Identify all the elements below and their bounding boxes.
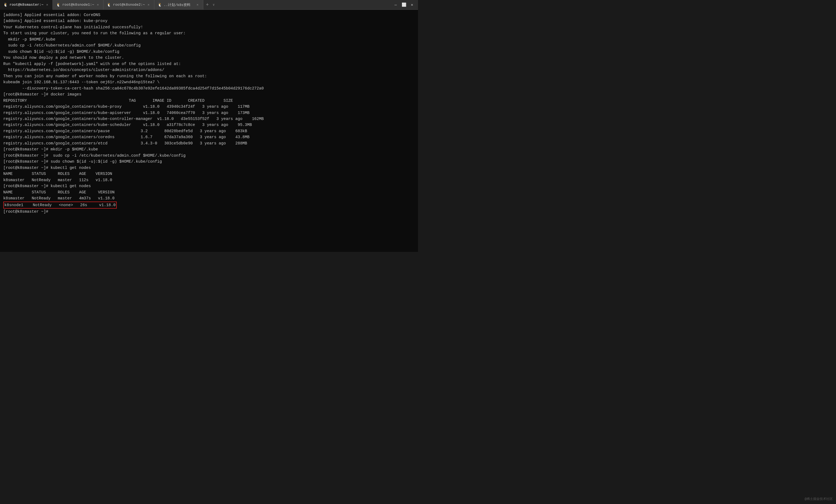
terminal-line: registry.aliyuncs.com/google_containers/…: [3, 140, 415, 146]
tab-icon-2: 🐧: [56, 2, 61, 7]
terminal-line: [addons] Applied essential addon: kube-p…: [3, 18, 415, 24]
terminal-line: You should now deploy a pod network to t…: [3, 55, 415, 61]
tab-label-3: root@k8snode2:~: [113, 3, 145, 7]
tab-label-4: ..计划/k8s资料: [164, 2, 191, 7]
terminal-line: [root@k8smaster ~]# kubectl get nodes: [3, 165, 415, 171]
tab-close-4[interactable]: ✕: [195, 2, 200, 7]
tab-close-1[interactable]: ✕: [45, 2, 49, 7]
terminal-line: Then you can join any number of worker n…: [3, 73, 415, 79]
terminal-line: [root@k8smaster ~]#: [3, 209, 415, 215]
tab-4[interactable]: 🐧 ..计划/k8s资料 ✕: [154, 0, 203, 9]
tab-2[interactable]: 🐧 root@k8snode1:~ ✕: [53, 0, 103, 9]
terminal-line: REPOSITORY TAG IMAGE ID CREATED SIZE: [3, 98, 415, 104]
tab-icon-3: 🐧: [107, 2, 111, 7]
terminal-line: [root@k8smaster ~]# kubectl get nodes: [3, 183, 415, 189]
tab-1[interactable]: 🐧 root@k8smaster:~ ✕: [0, 0, 53, 10]
terminal-line: [root@k8smaster ~]# mkdir -p $HOME/.kube: [3, 146, 415, 152]
terminal-line: [addons] Applied essential addon: CoreDN…: [3, 12, 415, 18]
terminal-line: k8snode1 NotReady <none> 26s v1.18.0: [3, 201, 415, 209]
terminal-line: registry.aliyuncs.com/google_containers/…: [3, 134, 415, 140]
terminal-line: sudo cp -i /etc/kubernetes/admin.conf $H…: [3, 42, 415, 49]
tab-label-2: root@k8snode1:~: [62, 3, 94, 7]
terminal-line: [root@k8smaster ~]# sudo cp -i /etc/kube…: [3, 153, 415, 159]
terminal-output[interactable]: [addons] Applied essential addon: CoreDN…: [0, 10, 418, 252]
tab-close-3[interactable]: ✕: [147, 2, 151, 7]
terminal-line: To start using your cluster, you need to…: [3, 30, 415, 36]
terminal-line: registry.aliyuncs.com/google_containers/…: [3, 122, 415, 128]
tab-icon-1: 🐧: [3, 2, 8, 7]
tab-close-2[interactable]: ✕: [96, 2, 100, 7]
minimize-button[interactable]: —: [392, 1, 399, 9]
terminal-line: --discovery-token-ca-cert-hash sha256:ca…: [3, 85, 415, 91]
tab-3[interactable]: 🐧 root@k8snode2:~ ✕: [103, 0, 154, 9]
title-bar: 🐧 root@k8smaster:~ ✕ 🐧 root@k8snode1:~ ✕…: [0, 0, 418, 10]
terminal-line: k8smaster NotReady master 4m37s v1.18.0: [3, 195, 415, 201]
maximize-button[interactable]: ⬜: [400, 1, 408, 9]
terminal-line: https://kubernetes.io/docs/concepts/clus…: [3, 67, 415, 73]
terminal-line: mkdir -p $HOME/.kube: [3, 36, 415, 42]
tab-label-1: root@k8smaster:~: [10, 3, 43, 7]
close-button[interactable]: ✕: [408, 1, 416, 9]
terminal-line: k8smaster NotReady master 112s v1.18.0: [3, 177, 415, 183]
terminal-line: NAME STATUS ROLES AGE VERSION: [3, 189, 415, 195]
terminal-line: registry.aliyuncs.com/google_containers/…: [3, 116, 415, 122]
terminal-line: sudo chown $(id -u):$(id -g) $HOME/.kube…: [3, 49, 415, 55]
terminal-line: kubeadm join 192.168.91.137:6443 --token…: [3, 79, 415, 85]
terminal-line: registry.aliyuncs.com/google_containers/…: [3, 104, 415, 110]
terminal-line: Run "kubectl apply -f [podnetwork].yaml"…: [3, 61, 415, 67]
terminal-line: NAME STATUS ROLES AGE VERSION: [3, 171, 415, 177]
terminal-line: registry.aliyuncs.com/google_containers/…: [3, 110, 415, 116]
highlighted-row: k8snode1 NotReady <none> 26s v1.18.0: [3, 201, 117, 209]
terminal-line: registry.aliyuncs.com/google_containers/…: [3, 128, 415, 134]
terminal-line: [root@k8smaster ~]# sudo chown $(id -u):…: [3, 159, 415, 164]
window-controls: — ⬜ ✕: [392, 0, 418, 9]
terminal-line: [root@k8smaster ~]# docker images: [3, 91, 415, 97]
new-tab-button[interactable]: +: [203, 0, 212, 9]
tab-icon-4: 🐧: [157, 2, 162, 7]
terminal-line: Your Kubernetes control-plane has initia…: [3, 24, 415, 30]
